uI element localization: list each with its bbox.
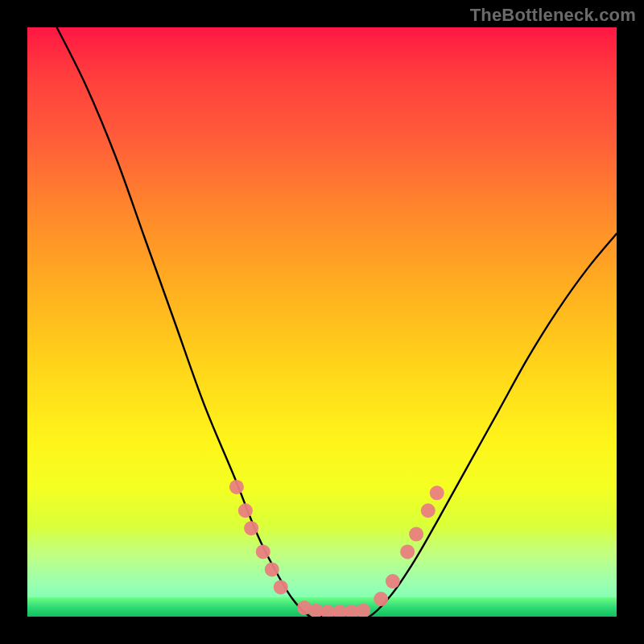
data-marker <box>409 527 423 542</box>
watermark-text: TheBottleneck.com <box>470 5 636 26</box>
marker-group <box>229 480 444 617</box>
data-marker <box>374 592 388 606</box>
chart-frame: TheBottleneck.com <box>0 0 644 644</box>
data-marker <box>256 544 270 559</box>
data-marker <box>265 562 279 576</box>
data-marker <box>400 544 415 559</box>
data-marker <box>421 503 436 518</box>
data-marker <box>244 521 258 535</box>
data-marker <box>356 604 370 617</box>
bottleneck-curve <box>57 27 617 617</box>
data-marker <box>238 503 253 518</box>
data-marker <box>430 485 444 500</box>
data-marker <box>274 580 288 594</box>
data-marker <box>229 480 244 494</box>
curve-layer <box>27 27 617 617</box>
data-marker <box>386 574 400 588</box>
plot-area <box>27 27 617 617</box>
